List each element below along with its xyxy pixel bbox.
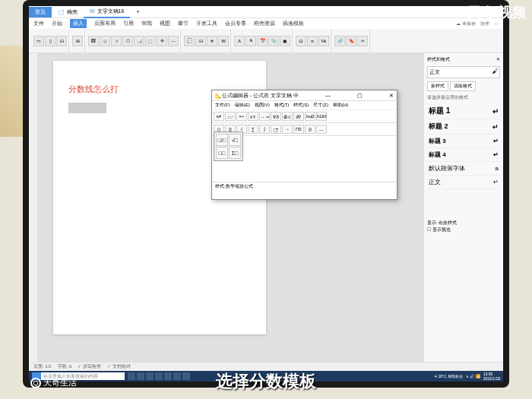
eq-vector-button[interactable]: → [282, 125, 293, 134]
eq-arrow-button[interactable]: →⇒ [259, 112, 270, 121]
close-icon[interactable]: ✕ [496, 56, 500, 63]
shapes-button[interactable]: ◇ [100, 36, 110, 46]
equation-titlebar[interactable]: 📐 公式编辑器 - 公式在 文字文稿 中 — ▢ ✕ [212, 90, 397, 101]
menu-item[interactable]: 稻壳资源 [254, 20, 275, 27]
menu-item[interactable]: 引用 [123, 20, 134, 27]
clear-format-button[interactable]: 清除格式 [450, 81, 476, 91]
proofing-button[interactable]: ✓ 文档校对 [107, 363, 131, 370]
eq-menu-help[interactable]: 帮助(H) [333, 102, 348, 109]
table-button[interactable]: ⊞ [72, 36, 83, 46]
taskbar-app-icon[interactable] [137, 372, 144, 380]
current-style[interactable]: 正文 🖌 [427, 66, 500, 78]
tab-new[interactable]: 📄稿壳 [52, 7, 84, 17]
menu-item-insert[interactable]: 插入 [70, 19, 87, 28]
mindmap-button[interactable]: ※ [157, 36, 167, 46]
new-style-button[interactable]: 新样式 [427, 81, 448, 91]
eq-dots-button[interactable]: ⋯ [316, 125, 327, 134]
tab-document[interactable]: W文字文稿16 [84, 6, 130, 18]
symbol-button[interactable]: Ω [296, 36, 306, 46]
eq-logic-button[interactable]: ∴∵ [225, 112, 236, 121]
parts-button[interactable]: ▣ [280, 36, 290, 46]
eq-integral-button[interactable]: ∫ [259, 125, 270, 134]
flowchart-button[interactable]: ⬚ [145, 36, 156, 46]
eq-menu-style[interactable]: 样式(S) [293, 102, 309, 109]
picture-button[interactable]: 🖼 [88, 36, 99, 46]
fraction-template-2[interactable]: √□ [229, 134, 241, 146]
word-count[interactable]: 字数: 6 [58, 363, 72, 370]
style-heading4[interactable]: 标题 4↵ [427, 148, 500, 162]
watermark-button[interactable]: W [218, 36, 229, 46]
eq-product-button[interactable]: ΠΣ [293, 125, 304, 134]
taskbar-app-icon[interactable] [155, 372, 163, 380]
clock[interactable]: 13:502022/1/18 [483, 372, 500, 381]
menu-item[interactable]: 插洛模板 [283, 20, 304, 27]
style-default-font[interactable]: 默认段落字体a [427, 162, 500, 176]
menu-item[interactable]: 会员专享 [225, 20, 246, 27]
menu-item[interactable]: 页面布局 [94, 20, 116, 27]
eq-greek-lower-button[interactable]: λωβ [305, 112, 315, 121]
fraction-template-3[interactable]: □□ [216, 147, 228, 159]
eq-operator-button[interactable]: ×÷ [236, 112, 247, 121]
style-heading3[interactable]: 标题 3↵ [427, 135, 500, 148]
menu-item[interactable]: 开始 [52, 20, 62, 27]
taskbar-app-icon[interactable] [128, 372, 135, 380]
eq-relational-button[interactable]: ≤≠ [214, 112, 224, 121]
fraction-template-4[interactable]: Σ□ [229, 147, 241, 159]
page-indicator[interactable]: 页面: 1/1 [33, 363, 52, 370]
paint-icon[interactable]: 🖌 [492, 68, 498, 76]
eq-menu-file[interactable]: 文件(F) [215, 102, 230, 109]
page-break-button[interactable]: ⊟ [56, 36, 67, 46]
eq-greek-upper-button[interactable]: ΛΩΘ [316, 112, 327, 121]
eq-menu-format[interactable]: 格式(T) [274, 102, 290, 109]
close-icon[interactable]: ✕ [389, 93, 394, 99]
eq-menu-edit[interactable]: 编辑(E) [235, 102, 250, 109]
taskbar-app-icon[interactable] [173, 372, 181, 380]
menu-file[interactable]: 文件 [33, 20, 44, 27]
icons-button[interactable]: ☆ [111, 36, 122, 46]
blank-page-button[interactable]: ▯ [45, 36, 55, 46]
eq-quantifier-button[interactable]: ∀∃ [271, 112, 281, 121]
eq-overbar-button[interactable]: □̄ [271, 125, 281, 134]
taskbar-app-icon[interactable] [164, 372, 172, 380]
menu-item[interactable]: 章节 [178, 20, 188, 27]
taskbar-app-icon[interactable] [146, 372, 154, 380]
tab-add[interactable]: + [130, 8, 145, 16]
taskbar-app-icon[interactable] [182, 372, 190, 380]
eq-brace-button[interactable]: {} [305, 125, 315, 134]
tray-icons[interactable]: ∧ 🔊 📶 [466, 374, 480, 378]
tab-home[interactable]: 首页 [29, 7, 52, 17]
hyperlink-button[interactable]: 🔗 [334, 36, 345, 46]
minimize-icon[interactable]: — [325, 93, 331, 98]
smartart-button[interactable]: ⬡ [122, 36, 133, 46]
bookmark-button[interactable]: 🔖 [346, 36, 356, 46]
attachment-button[interactable]: 📎 [268, 36, 279, 46]
preview-checkbox[interactable]: ☐ 显示预览 [427, 226, 500, 233]
fraction-template-1[interactable]: □/□ [216, 134, 228, 146]
more-button[interactable]: ⋯ [168, 36, 179, 46]
equation-button[interactable]: π [307, 36, 318, 46]
wordart-button[interactable]: 𝐀 [245, 36, 256, 46]
menu-item[interactable]: 审阅 [141, 20, 152, 27]
textbox-button[interactable]: A [234, 36, 245, 46]
eq-plusminus-button[interactable]: ±∓ [248, 112, 258, 121]
spellcheck-button[interactable]: ✓ 拼写检查 [78, 363, 101, 370]
eq-menu-size[interactable]: 尺寸(Z) [313, 102, 328, 109]
date-button[interactable]: 📅 [257, 36, 268, 46]
style-heading2[interactable]: 标题 2↵ [427, 119, 500, 135]
eq-menu-view[interactable]: 视图(V) [255, 102, 270, 109]
eq-set-button[interactable]: ∉⊂ [282, 112, 293, 121]
maximize-icon[interactable]: ▢ [357, 93, 363, 99]
chart-button[interactable]: 📊 [134, 36, 144, 46]
weather-widget[interactable]: ☀ 18°C 局部多云 [434, 374, 463, 378]
cover-page-button[interactable]: ▭ [33, 36, 44, 46]
eq-sum-button[interactable]: ∑ [248, 125, 258, 134]
menu-item[interactable]: 开发工具 [196, 20, 217, 27]
equation-placeholder[interactable] [68, 103, 106, 113]
style-heading1[interactable]: 标题 1↵ [427, 103, 500, 119]
eq-calculus-button[interactable]: ∂∇ [293, 112, 304, 121]
number-button[interactable]: № [318, 36, 329, 46]
menu-item[interactable]: 视图 [160, 20, 170, 27]
header-footer-button[interactable]: ⊟ [195, 36, 206, 46]
screenshot-button[interactable]: ✂ [357, 36, 368, 46]
comment-button[interactable]: 💬 [184, 36, 195, 46]
